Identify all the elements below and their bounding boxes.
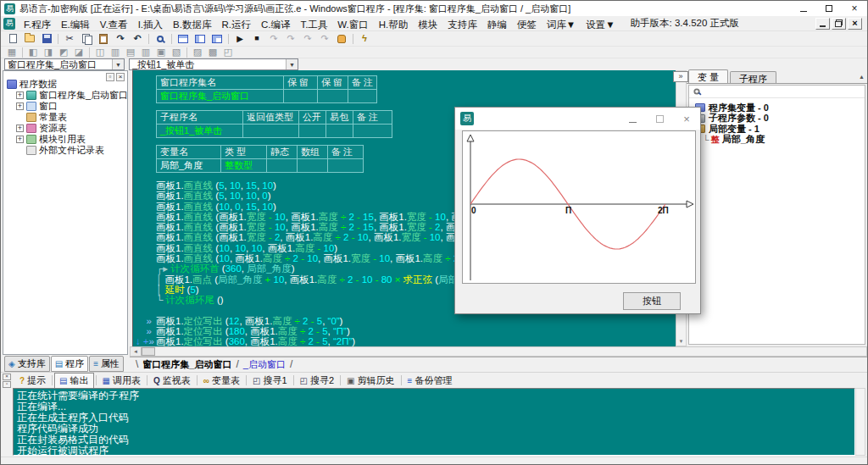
tree-item-5[interactable]: 外部文件记录表 <box>7 145 125 156</box>
close-panel-button[interactable]: × <box>116 73 125 81</box>
open-button[interactable] <box>21 32 38 46</box>
align-left-button[interactable]: ◧ <box>25 47 41 58</box>
table-value-cell[interactable] <box>348 90 377 103</box>
chevron-down-icon[interactable]: ▼ <box>112 59 124 69</box>
step-over-button[interactable]: ↷ <box>282 32 299 46</box>
menu-item-4[interactable]: B.数据库 <box>168 19 216 30</box>
pin-panel-button[interactable]: ▫ <box>106 73 114 81</box>
expand-icon[interactable]: + <box>16 136 24 143</box>
expand-icon[interactable]: + <box>16 102 24 110</box>
form-grid-button[interactable]: ▦ <box>4 47 19 58</box>
chevron-down-icon[interactable]: ▼ <box>286 59 298 69</box>
redo-button[interactable]: ↷ <box>112 32 129 46</box>
table-value-cell[interactable] <box>326 125 353 138</box>
doc-tab-1[interactable]: _启动窗口 <box>242 358 287 371</box>
menu-item-8[interactable]: W.窗口 <box>332 19 373 30</box>
variables-tree-item-3[interactable]: └整局部_角度 <box>695 135 863 146</box>
dock-output-button[interactable]: ▫ <box>3 381 11 388</box>
step-out-button[interactable]: ↷ <box>299 32 316 46</box>
panel-tab-1[interactable]: ▤程序 <box>51 356 88 372</box>
table-value-cell[interactable] <box>267 159 298 173</box>
output-scrollbar[interactable] <box>855 388 865 456</box>
table-value-cell[interactable] <box>299 125 326 138</box>
layout-horizontal-button[interactable] <box>175 32 192 46</box>
output-tab-4[interactable]: ∞变量表 <box>199 374 244 388</box>
menu-item-10[interactable]: 模块 <box>413 19 442 30</box>
expand-icon[interactable]: + <box>16 125 24 132</box>
menu-item-9[interactable]: H.帮助 <box>374 19 414 30</box>
editor-horizontal-scrollbar[interactable]: ◄ <box>130 346 867 357</box>
menu-item-14[interactable]: 词库▼ <box>542 19 581 30</box>
output-tab-3[interactable]: Q监视表 <box>149 374 195 388</box>
undo-button[interactable]: ↶ <box>129 32 146 46</box>
menu-item-7[interactable]: T.工具 <box>295 19 332 30</box>
new-file-button[interactable] <box>4 32 21 46</box>
code-line[interactable]: » 画板1.定位写出 (180, 画板1.高度 ÷ 2 - 5, “Π”) <box>156 326 676 336</box>
variable-search-row[interactable] <box>689 86 865 98</box>
space-horizontal-button[interactable]: ▧ <box>169 47 184 58</box>
mdi-close-button[interactable]: × <box>848 18 862 30</box>
layout-vertical-button[interactable] <box>192 32 209 46</box>
event-combo[interactable]: _按钮1_被单击 ▼ <box>129 58 298 70</box>
bring-front-button[interactable]: ◰ <box>220 47 236 58</box>
menu-item-6[interactable]: C.编译 <box>256 19 296 30</box>
program-close-button[interactable]: × <box>673 108 700 130</box>
align-top-button[interactable]: ◩ <box>56 47 71 58</box>
menu-app-icon[interactable]: 易 <box>3 18 15 30</box>
menu-item-11[interactable]: 支持库 <box>442 19 482 30</box>
table-value-cell[interactable] <box>298 159 328 173</box>
table-value-cell[interactable] <box>328 159 364 173</box>
table-value-cell[interactable]: _按钮1_被单击 <box>157 125 243 138</box>
tab-variables[interactable]: 变 量 <box>688 69 728 83</box>
mdi-minimize-button[interactable] <box>815 18 830 30</box>
output-tab-2[interactable]: ▦调用表 <box>98 374 145 388</box>
program-minimize-button[interactable] <box>619 108 646 130</box>
size-to-grid-button[interactable]: ▩ <box>205 47 220 58</box>
doc-tab-0[interactable]: 窗口程序集_启动窗口 <box>141 358 233 371</box>
panel-tab-0[interactable]: ◈支持库 <box>4 356 50 372</box>
program-maximize-button[interactable] <box>646 108 673 130</box>
center-vertical-button[interactable]: ▥ <box>108 47 123 58</box>
panel-tab-2[interactable]: ≡属性 <box>89 356 124 372</box>
output-tab-7[interactable]: ▣剪辑历史 <box>342 374 398 388</box>
module-combo[interactable]: 窗口程序集_启动窗口 ▼ <box>4 58 125 70</box>
table-value-cell[interactable]: 窗口程序集_启动窗口 <box>157 90 284 103</box>
same-width-button[interactable]: ▤ <box>123 47 138 58</box>
menu-item-15[interactable]: 设置▼ <box>581 19 620 30</box>
maximize-button[interactable] <box>816 1 842 16</box>
layout-grid-button[interactable] <box>209 32 225 46</box>
scroll-left-icon[interactable]: ◄ <box>131 347 142 356</box>
output-tab-5[interactable]: ◰搜寻1 <box>248 374 292 388</box>
expand-icon[interactable]: + <box>16 91 24 99</box>
menu-item-1[interactable]: E.编辑 <box>56 19 95 30</box>
step-into-button[interactable]: ↷ <box>265 32 282 46</box>
copy-button[interactable] <box>78 32 95 46</box>
menu-item-12[interactable]: 静编 <box>482 19 512 30</box>
paste-button[interactable] <box>95 32 112 46</box>
output-tab-1[interactable]: ▤输出 <box>54 373 93 389</box>
mdi-restore-button[interactable] <box>832 18 846 30</box>
output-tab-6[interactable]: ◰搜寻2 <box>296 374 339 388</box>
align-right-button[interactable]: ◨ <box>41 47 56 58</box>
tree-item-0[interactable]: +窗口程序集_启动窗口 <box>7 90 125 101</box>
same-size-button[interactable]: ▣ <box>153 47 169 58</box>
table-value-cell[interactable] <box>243 125 299 138</box>
table-value-cell[interactable]: 局部_角度 <box>157 159 221 173</box>
minimize-button[interactable] <box>791 1 816 16</box>
menu-item-13[interactable]: 便签 <box>512 19 542 30</box>
variables-tree-item-2[interactable]: 局部变量 - 1 <box>695 124 863 135</box>
menu-item-3[interactable]: I.插入 <box>133 19 168 30</box>
program-window-titlebar[interactable]: 易 × <box>455 108 700 130</box>
scroll-up-icon[interactable]: ▲ <box>859 74 865 80</box>
center-horizontal-button[interactable]: ◫ <box>92 47 108 58</box>
program-button[interactable]: 按钮 <box>623 292 681 310</box>
code-line[interactable]: ↓ +»画板1.定位写出 (360, 画板1.高度 ÷ 2 - 5, “2Π”) <box>156 336 676 346</box>
table-value-cell[interactable] <box>353 125 392 138</box>
code-line[interactable]: » 画板1.定位写出 (12, 画板1.高度 ÷ 2 - 5, “0”) <box>156 316 676 326</box>
stop-button[interactable]: ■ <box>248 32 265 46</box>
output-console[interactable]: 正在统计需要编译的子程序正在编译...正在生成主程序入口代码程序代码编译成功正在… <box>13 388 855 456</box>
cut-button[interactable]: ✂ <box>61 32 78 46</box>
menu-item-5[interactable]: R.运行 <box>216 19 256 30</box>
close-button[interactable]: × <box>842 1 867 16</box>
scrollbar-thumb[interactable] <box>142 347 155 356</box>
